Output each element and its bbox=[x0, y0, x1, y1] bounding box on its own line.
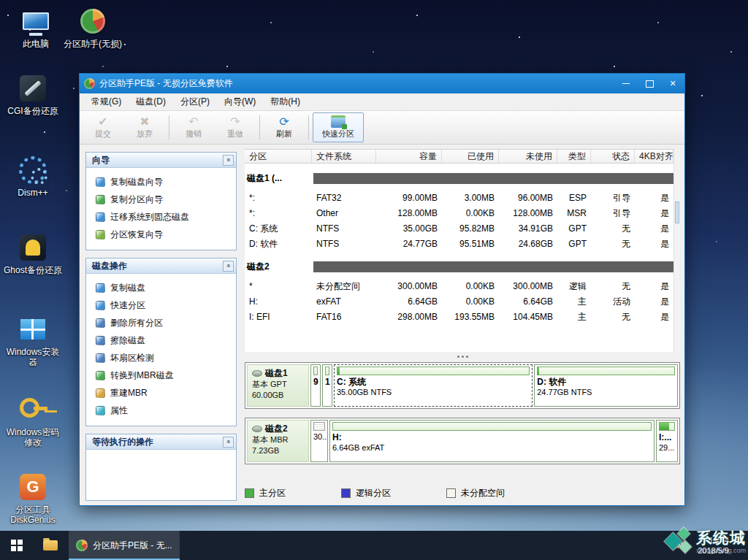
partition-block[interactable]: 1 bbox=[322, 364, 332, 407]
sidebar-item-delete-all-partitions[interactable]: 删除所有分区 bbox=[88, 314, 234, 331]
sidebar-item-quick-partition[interactable]: 快速分区 bbox=[88, 296, 234, 314]
partition-block[interactable]: 30... bbox=[310, 420, 328, 462]
desktop-icon-cgi-backup[interactable]: CGI备份还原 bbox=[3, 73, 63, 116]
disk-label[interactable]: 磁盘2基本 MBR7.23GB bbox=[247, 420, 309, 462]
column-header[interactable]: 已使用 bbox=[442, 150, 499, 163]
disk-label[interactable]: 磁盘1基本 GPT60.00GB bbox=[247, 364, 309, 407]
disk-group-row-2[interactable]: 磁盘2 bbox=[245, 259, 673, 275]
redo-button[interactable]: ↷重做 bbox=[215, 112, 256, 142]
column-header[interactable]: 未使用 bbox=[499, 150, 557, 163]
table-cell: 300.00MB bbox=[376, 279, 442, 294]
table-row[interactable]: H:exFAT6.64GB0.00KB6.64GB主活动是 bbox=[245, 294, 673, 310]
table-row[interactable]: *:FAT3299.00MB3.00MB96.00MBESP引导是 bbox=[245, 191, 673, 206]
toolbar-button-label: 快速分区 bbox=[322, 129, 354, 139]
disk-name: 磁盘1 bbox=[252, 368, 304, 379]
column-header[interactable]: 分区 bbox=[245, 150, 312, 163]
desktop-icon-windows-password[interactable]: Windows密码修改 bbox=[3, 394, 63, 448]
used-space-fill bbox=[660, 423, 669, 430]
table-row[interactable]: *:Other128.00MB0.00KB128.00MBMSR引导是 bbox=[245, 206, 673, 221]
menu-item-2[interactable]: 分区(P) bbox=[173, 93, 217, 110]
table-cell: 193.55MB bbox=[442, 310, 499, 325]
desktop-icon-partition-assistant[interactable]: 分区助手(无损) bbox=[63, 6, 123, 49]
partition-block[interactable]: H:6.64GB exFAT bbox=[329, 420, 654, 462]
discard-button[interactable]: ✖放弃 bbox=[124, 112, 165, 142]
partition-block[interactable]: 9 bbox=[310, 364, 321, 407]
bad-sector-test-icon bbox=[96, 353, 105, 363]
window-titlebar[interactable]: 分区助手PE版 - 无损分区免费软件 bbox=[80, 74, 684, 93]
menu-item-4[interactable]: 帮助(H) bbox=[263, 93, 308, 110]
desktop-icon-diskgenius[interactable]: 分区工具DiskGenius bbox=[3, 472, 63, 525]
undo-icon: ↶ bbox=[188, 115, 198, 128]
sidebar-item-properties[interactable]: 属性 bbox=[88, 402, 234, 419]
cgi-backup-icon bbox=[16, 73, 50, 104]
toolbar-separator bbox=[259, 115, 260, 139]
desktop-icon-ghost-backup[interactable]: Ghost备份还原 bbox=[3, 232, 63, 275]
partition-block[interactable]: C: 系统35.00GB NTFS bbox=[334, 364, 533, 407]
close-button[interactable] bbox=[661, 74, 684, 93]
collapse-icon[interactable] bbox=[223, 261, 234, 272]
collapse-icon[interactable] bbox=[223, 155, 234, 166]
partition-block[interactable]: I:...29... bbox=[656, 420, 678, 462]
column-header[interactable]: 容量 bbox=[376, 150, 442, 163]
menu-item-3[interactable]: 向导(W) bbox=[217, 93, 263, 110]
column-header[interactable]: 状态 bbox=[591, 150, 635, 163]
partition-assistant-icon bbox=[76, 6, 110, 37]
vertical-scrollbar[interactable] bbox=[673, 149, 680, 352]
desktop-icon-windows-installer[interactable]: Windows安装器 bbox=[3, 314, 63, 367]
disk-group-label: 磁盘1 (... bbox=[245, 172, 313, 185]
table-cell: NTFS bbox=[312, 221, 376, 237]
legend-swatch bbox=[446, 488, 456, 498]
column-header[interactable]: 类型 bbox=[557, 150, 591, 163]
taskbar-active-task[interactable]: 分区助手PE版 - 无... bbox=[69, 531, 180, 560]
partition-sublabel: 24.77GB NTFS bbox=[537, 388, 675, 397]
sidebar-item-wipe-disk[interactable]: 擦除磁盘 bbox=[88, 331, 234, 349]
disk-size: 7.23GB bbox=[252, 445, 304, 456]
sidebar-item-bad-sector-test[interactable]: 坏扇区检测 bbox=[88, 349, 234, 367]
partition-sublabel: 29... bbox=[659, 443, 675, 453]
app-icon bbox=[84, 78, 95, 89]
sidebar-item-rebuild-mbr[interactable]: 重建MBR bbox=[88, 384, 234, 402]
splitter-handle[interactable] bbox=[245, 352, 680, 361]
desktop-icon-label: Ghost备份还原 bbox=[4, 265, 62, 275]
table-row[interactable]: C: 系统NTFS35.00GB95.82MB34.91GBGPT无是 bbox=[245, 221, 673, 237]
column-header[interactable]: 4KB对齐 bbox=[635, 150, 673, 163]
desktop-icon-this-pc[interactable]: 此电脑 bbox=[6, 6, 66, 49]
partition-label: 9 bbox=[313, 377, 318, 388]
collapse-icon[interactable] bbox=[223, 437, 234, 448]
table-cell: * bbox=[245, 279, 312, 294]
quick-partition-button[interactable]: 快速分区 bbox=[313, 112, 364, 142]
sidebar-item-label: 快速分区 bbox=[110, 299, 145, 312]
commit-button[interactable]: ✔提交 bbox=[83, 112, 123, 142]
file-explorer-button[interactable] bbox=[34, 531, 67, 560]
sidebar-item-copy-disk[interactable]: 复制磁盘 bbox=[88, 279, 234, 296]
sidebar-item-convert-to-mbr[interactable]: 转换到MBR磁盘 bbox=[88, 367, 234, 384]
input-language-indicator[interactable]: ENG bbox=[671, 541, 689, 550]
sidebar-item-partition-recovery-wizard[interactable]: 分区恢复向导 bbox=[88, 226, 234, 243]
maximize-button[interactable] bbox=[638, 74, 661, 93]
sidebar-item-copy-disk-wizard[interactable]: 复制磁盘向导 bbox=[88, 173, 234, 191]
sidebar-section-items: 复制磁盘向导复制分区向导迁移系统到固态磁盘分区恢复向导 bbox=[86, 168, 236, 250]
table-row[interactable]: D: 软件NTFS24.77GB95.51MB24.68GBGPT无是 bbox=[245, 237, 673, 252]
sidebar-item-migrate-os-to-ssd[interactable]: 迁移系统到固态磁盘 bbox=[88, 208, 234, 226]
refresh-button[interactable]: ⟳刷新 bbox=[264, 112, 305, 142]
scrollbar-thumb[interactable] bbox=[675, 202, 679, 223]
discard-icon: ✖ bbox=[140, 115, 149, 128]
convert-to-mbr-icon bbox=[96, 371, 105, 380]
start-button[interactable] bbox=[0, 531, 34, 560]
column-header[interactable]: 文件系统 bbox=[312, 150, 376, 163]
desktop-icon-dism[interactable]: Dism++ bbox=[3, 155, 63, 198]
refresh-icon: ⟳ bbox=[279, 115, 289, 128]
menu-item-1[interactable]: 磁盘(D) bbox=[129, 93, 173, 110]
menu-item-0[interactable]: 常规(G) bbox=[84, 93, 129, 110]
table-row[interactable]: *未分配空间300.00MB0.00KB300.00MB逻辑无是 bbox=[245, 279, 673, 294]
disk-group-row-1[interactable]: 磁盘1 (... bbox=[245, 171, 673, 186]
toolbar-button-label: 撤销 bbox=[186, 129, 202, 139]
sidebar-item-copy-partition-wizard[interactable]: 复制分区向导 bbox=[88, 191, 234, 208]
undo-button[interactable]: ↶撤销 bbox=[173, 112, 214, 142]
minimize-button[interactable] bbox=[614, 74, 638, 93]
migrate-os-to-ssd-icon bbox=[96, 212, 105, 222]
table-cell: 是 bbox=[635, 279, 673, 294]
partition-block[interactable]: D: 软件24.77GB NTFS bbox=[534, 364, 678, 407]
clock[interactable]: 12:44 2018/5/9 bbox=[698, 535, 729, 556]
table-row[interactable]: I: EFIFAT16298.00MB193.55MB104.45MB主无是 bbox=[245, 310, 673, 325]
